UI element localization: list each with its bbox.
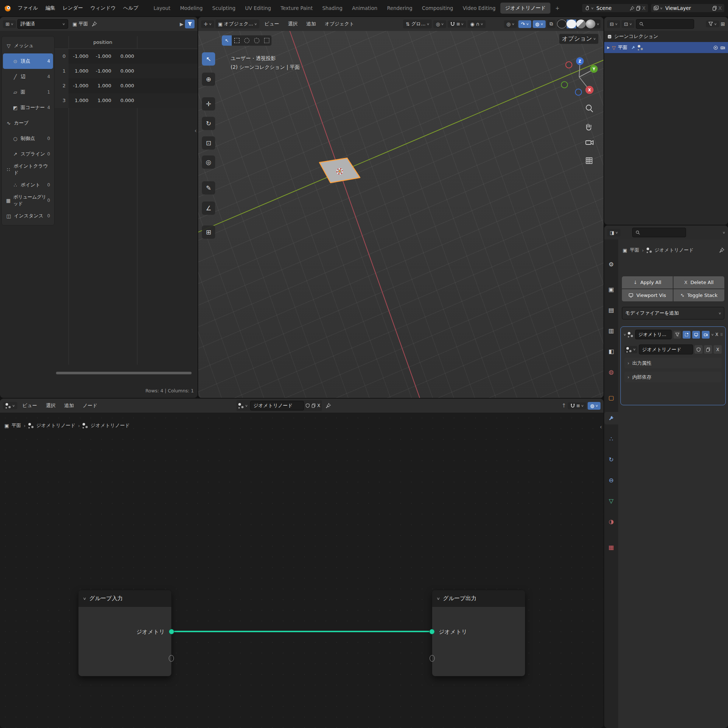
datasource-point-cloud[interactable]: ∷ポイントクラウド <box>3 162 53 177</box>
viewport-canvas[interactable]: Z Y X ↖ <box>198 31 604 398</box>
datasource-face-corners[interactable]: ◩面コーナー4 <box>3 100 53 115</box>
node-tree-name-field[interactable]: ジオメトリノード <box>250 401 304 410</box>
workspace-tab-geometry-nodes[interactable]: ジオメトリノード <box>500 3 551 14</box>
tab-object[interactable]: ▢ <box>604 391 618 404</box>
filter-dropdown[interactable]: ∨ <box>706 21 719 27</box>
menu-help[interactable]: ヘルプ <box>119 4 142 12</box>
menu-node[interactable]: ノード <box>79 401 101 410</box>
pin-icon[interactable] <box>719 248 724 253</box>
workspace-tab-sculpting[interactable]: Sculpting <box>207 3 240 13</box>
extras-dropdown[interactable]: ∨ <box>711 333 714 336</box>
copy-icon[interactable] <box>712 6 717 11</box>
tool-rotate[interactable]: ↻ <box>202 117 215 130</box>
show-render-toggle[interactable] <box>702 331 710 339</box>
menu-view[interactable]: ビュー <box>19 401 41 410</box>
node-group-browse-button[interactable]: ∨ <box>624 346 637 353</box>
mode-dropdown[interactable]: ▣オブジェク...∨ <box>216 20 259 28</box>
menu-object[interactable]: オブジェクト <box>321 20 358 28</box>
group-output-node-header[interactable]: ∨ グループ出力 <box>432 590 525 607</box>
pin-icon[interactable] <box>630 6 635 11</box>
tab-world[interactable]: ◍ <box>604 366 618 378</box>
hide-viewport-icon[interactable] <box>713 45 718 50</box>
pin-icon[interactable] <box>92 21 97 26</box>
apply-all-button[interactable]: ↓Apply All <box>622 276 673 289</box>
workspace-tab-compositing[interactable]: Compositing <box>417 3 458 13</box>
tool-add-primitive[interactable]: ⊞ <box>202 225 215 239</box>
row-filter-cursor-icon[interactable]: ▶ <box>180 21 184 27</box>
editor-type-button[interactable]: ⊞∨ <box>3 20 16 28</box>
remove-icon[interactable]: X <box>719 5 722 11</box>
table-row[interactable]: 1 1.000 -1.000 0.000 <box>55 64 197 78</box>
tab-physics[interactable]: ↻ <box>604 453 618 466</box>
copy-icon[interactable] <box>704 345 712 354</box>
snap-dropdown[interactable]: ⊞∨ <box>448 21 466 28</box>
modifier-panel[interactable]: ∨ ジオメトリ... ∨ X ⠿ ∨ ジオメトリノード X ›出力属性 ›内部依… <box>621 326 726 405</box>
options-dropdown[interactable]: オプション∨ <box>559 34 598 44</box>
filter-toggle-button[interactable] <box>185 20 194 28</box>
datasource-control-points[interactable]: ○制御点0 <box>3 131 53 146</box>
node-link-geometry[interactable] <box>171 631 432 632</box>
fake-user-shield-icon[interactable] <box>306 404 310 408</box>
dataset-dropdown[interactable]: 評価済∨ <box>17 19 68 29</box>
copy-icon[interactable] <box>636 6 641 11</box>
fake-user-shield-icon[interactable] <box>694 345 703 354</box>
datasource-vertices[interactable]: ⊙頂点4 <box>3 54 53 69</box>
workspace-tab-animation[interactable]: Animation <box>347 3 382 13</box>
output-attributes-panel[interactable]: ›出力属性 <box>624 358 722 369</box>
delete-all-button[interactable]: XDelete All <box>673 276 724 289</box>
breadcrumb-modifier[interactable]: ジオメトリノード <box>37 422 75 429</box>
tab-object-data[interactable]: ▽ <box>604 494 618 507</box>
workspace-tab-rendering[interactable]: Rendering <box>382 3 417 13</box>
drag-handle[interactable]: ⠿ <box>720 333 722 337</box>
datasource-splines[interactable]: ↗スプライン0 <box>3 146 53 162</box>
unlink-icon[interactable]: X <box>317 403 320 408</box>
breadcrumb-object[interactable]: 平面 <box>630 247 639 254</box>
menu-add[interactable]: 追加 <box>303 20 320 28</box>
on-cage-toggle[interactable] <box>683 331 690 339</box>
menu-window[interactable]: ウィンドウ <box>87 4 119 12</box>
remove-modifier-button[interactable]: X <box>715 332 718 337</box>
unlink-node-group-button[interactable]: X <box>714 345 722 354</box>
tool-move[interactable]: ✛ <box>202 97 215 110</box>
datasource-faces[interactable]: ▱面1 <box>3 84 53 100</box>
datasource-volume-grids[interactable]: ▦ボリュームグリッド0 <box>3 193 53 208</box>
tool-scale[interactable]: ⊡ <box>202 136 215 150</box>
xray-toggle[interactable]: ⧉ <box>547 20 555 28</box>
menu-select[interactable]: 選択 <box>284 20 301 28</box>
table-row[interactable]: 2 -1.000 1.000 0.000 <box>55 78 197 93</box>
datasource-mesh[interactable]: ▽メッシュ <box>3 38 53 54</box>
tab-modifiers[interactable] <box>604 412 618 424</box>
editor-type-button[interactable]: ✛∨ <box>201 20 214 28</box>
shading-wireframe-button[interactable] <box>557 20 567 28</box>
virtual-output-socket[interactable] <box>169 655 174 662</box>
geometry-output-socket[interactable] <box>169 629 174 635</box>
group-output-node[interactable]: ∨ グループ出力 ジオメトリ <box>432 590 525 676</box>
proportional-edit-dropdown[interactable]: ◉∩∨ <box>468 20 486 28</box>
tab-material[interactable]: ◑ <box>604 515 618 528</box>
tool-select-box[interactable]: ↖ <box>202 52 215 66</box>
tab-texture[interactable]: ▦ <box>604 541 618 554</box>
expander-icon[interactable]: ▶ <box>607 46 610 49</box>
view-layer-selector[interactable]: ∨ ViewLayer X <box>651 4 724 12</box>
workspace-tab-uv-editing[interactable]: UV Editing <box>240 3 275 13</box>
display-mode-button[interactable]: ⊡∨ <box>621 20 635 28</box>
select-lasso-mode-button[interactable] <box>252 35 262 46</box>
shading-dropdown[interactable]: ∨ <box>594 20 601 28</box>
editor-type-button[interactable]: ∨ <box>3 402 17 409</box>
collapse-icon[interactable]: ∨ <box>83 596 87 601</box>
tool-annotate[interactable]: ✎ <box>202 181 215 194</box>
pivot-point-dropdown[interactable]: ◎∨ <box>433 20 446 28</box>
tool-transform[interactable]: ◎ <box>202 156 215 169</box>
tab-constraints[interactable]: ⊖ <box>604 474 618 486</box>
blender-logo-icon[interactable] <box>4 4 12 12</box>
disable-render-icon[interactable] <box>720 45 725 50</box>
copy-icon[interactable] <box>311 404 316 408</box>
menu-add[interactable]: 追加 <box>60 401 77 410</box>
node-canvas[interactable]: ▣ 平面 › ジオメトリノード › ジオメトリノード ‹ ∨ グループ入力 ジオ… <box>0 413 604 728</box>
unlink-icon[interactable]: X <box>642 5 645 11</box>
tab-scene[interactable]: ◧ <box>604 345 618 357</box>
workspace-tab-video-editing[interactable]: Video Editing <box>458 3 500 13</box>
tab-output[interactable]: ▤ <box>604 304 618 316</box>
properties-options-dropdown[interactable]: ∨ <box>722 231 725 234</box>
geometry-input-socket[interactable] <box>429 629 435 635</box>
